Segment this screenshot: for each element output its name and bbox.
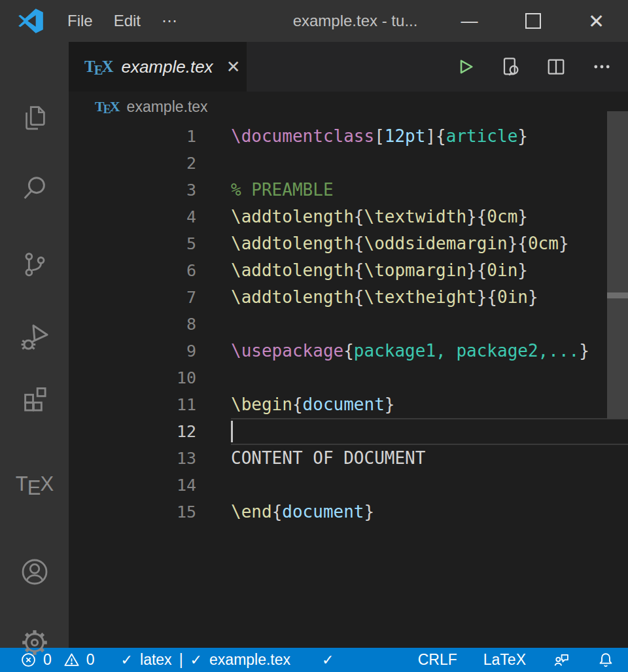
code-text: \end{document}: [231, 499, 628, 525]
code-text: [231, 150, 628, 177]
extensions-icon[interactable]: [0, 374, 69, 424]
line-number: 4: [69, 203, 196, 230]
tab-bar: TEX example.tex ✕: [69, 42, 628, 92]
menu-more[interactable]: ⋯: [151, 9, 188, 33]
explorer-icon[interactable]: [0, 93, 69, 143]
source-control-icon[interactable]: [0, 239, 69, 289]
code-text: % PREAMBLE: [231, 177, 628, 203]
code-text: [231, 311, 628, 338]
line-number: 9: [69, 338, 196, 364]
code-text: \usepackage{package1, package2,...}: [231, 338, 628, 364]
linter-label: latex: [140, 651, 172, 669]
menu-edit[interactable]: Edit: [103, 9, 151, 33]
code-text: \addtolength{\topmargin}{0in}: [231, 257, 628, 284]
code-text: [231, 418, 628, 445]
line-number: 12: [69, 418, 196, 445]
window-controls: — ✕: [438, 0, 628, 42]
code-line[interactable]: 10: [69, 364, 628, 391]
code-text: \addtolength{\oddsidemargin}{0cm}: [231, 230, 628, 257]
vscode-logo-icon: [18, 8, 44, 34]
run-and-debug-icon[interactable]: [0, 313, 69, 363]
line-number: 6: [69, 257, 196, 284]
account-icon[interactable]: [0, 547, 69, 597]
eol-indicator[interactable]: CRLF: [418, 651, 457, 669]
build-status[interactable]: ✓: [322, 652, 334, 668]
scrollbar-decoration: [607, 292, 628, 298]
feedback-icon[interactable]: [552, 651, 570, 669]
maximize-button[interactable]: [501, 0, 565, 42]
code-line[interactable]: 2: [69, 150, 628, 177]
status-bar: 0 0 ✓ latex | ✓ example.tex ✓ CRLF LaTeX: [0, 648, 628, 672]
latex-workshop-status[interactable]: ✓ latex | ✓ example.tex: [121, 651, 290, 669]
vertical-scrollbar[interactable]: [607, 111, 628, 419]
close-button[interactable]: ✕: [565, 0, 628, 42]
code-text: CONTENT OF DOCUMENT: [231, 445, 628, 472]
latex-workshop-icon[interactable]: TEX: [0, 459, 69, 509]
code-line[interactable]: 3% PREAMBLE: [69, 177, 628, 203]
tab-label: example.tex: [121, 57, 213, 77]
breadcrumb: TEX example.tex: [69, 92, 628, 122]
tab-example-tex[interactable]: TEX example.tex ✕: [69, 42, 247, 92]
code-line[interactable]: 14: [69, 472, 628, 499]
code-line[interactable]: 5\addtolength{\oddsidemargin}{0cm}: [69, 230, 628, 257]
line-number: 8: [69, 311, 196, 338]
code-text: \addtolength{\textwidth}{0cm}: [231, 203, 628, 230]
settings-gear-icon[interactable]: [0, 618, 69, 667]
line-number: 11: [69, 391, 196, 418]
compiled-file-label: example.tex: [209, 651, 290, 669]
code-text: \documentclass[12pt]{article}: [231, 123, 628, 150]
code-line[interactable]: 4\addtolength{\textwidth}{0cm}: [69, 203, 628, 230]
check-icon: ✓: [190, 652, 202, 668]
language-mode[interactable]: LaTeX: [483, 651, 526, 669]
more-actions-icon[interactable]: [590, 55, 614, 79]
line-number: 5: [69, 230, 196, 257]
minimize-button[interactable]: —: [438, 0, 501, 42]
text-cursor: [231, 421, 233, 442]
build-latex-run-icon[interactable]: [453, 55, 476, 79]
code-line[interactable]: 15\end{document}: [69, 499, 628, 525]
code-line[interactable]: 9\usepackage{package1, package2,...}: [69, 338, 628, 364]
menu-bar: File Edit ⋯: [57, 9, 188, 33]
view-pdf-preview-icon[interactable]: [498, 55, 522, 79]
code-line[interactable]: 12: [69, 418, 628, 445]
maximize-icon: [525, 13, 541, 29]
line-number: 3: [69, 177, 196, 203]
line-number: 7: [69, 284, 196, 311]
line-number: 14: [69, 472, 196, 499]
titlebar: File Edit ⋯ example.tex - tu... — ✕: [0, 0, 628, 42]
code-line[interactable]: 11\begin{document}: [69, 391, 628, 418]
code-line[interactable]: 7\addtolength{\textheight}{0in}: [69, 284, 628, 311]
warning-count: 0: [86, 651, 95, 669]
editor-actions: [453, 42, 628, 92]
line-number: 10: [69, 364, 196, 391]
window-title: example.tex - tu...: [188, 12, 438, 30]
line-number: 13: [69, 445, 196, 472]
code-line[interactable]: 6\addtolength{\topmargin}{0in}: [69, 257, 628, 284]
check-icon: ✓: [121, 652, 133, 668]
activity-bar: TEX: [0, 42, 69, 648]
code-line[interactable]: 8: [69, 311, 628, 338]
check-icon: ✓: [322, 652, 334, 668]
code-editor[interactable]: 1\documentclass[12pt]{article}23% PREAMB…: [69, 122, 628, 648]
code-line[interactable]: 1\documentclass[12pt]{article}: [69, 123, 628, 150]
notifications-bell-icon[interactable]: [597, 651, 615, 669]
line-number: 2: [69, 150, 196, 177]
code-text: [231, 472, 628, 499]
line-number: 15: [69, 499, 196, 525]
editor-group: TEX example.tex ✕: [69, 42, 628, 648]
tex-file-icon: TEX: [84, 58, 112, 76]
vscode-window: File Edit ⋯ example.tex - tu... — ✕: [0, 0, 628, 672]
breadcrumb-item-file[interactable]: example.tex: [127, 98, 208, 116]
tab-close-icon[interactable]: ✕: [222, 56, 245, 79]
code-lines: 1\documentclass[12pt]{article}23% PREAMB…: [69, 123, 628, 525]
code-text: \addtolength{\textheight}{0in}: [231, 284, 628, 311]
line-number: 1: [69, 123, 196, 150]
search-icon[interactable]: [0, 164, 69, 213]
tex-file-icon: TEX: [95, 98, 119, 115]
menu-file[interactable]: File: [57, 9, 103, 33]
code-text: \begin{document}: [231, 391, 628, 418]
code-text: [231, 364, 628, 391]
code-line[interactable]: 13CONTENT OF DOCUMENT: [69, 445, 628, 472]
separator: |: [179, 651, 183, 669]
split-editor-icon[interactable]: [544, 55, 568, 79]
